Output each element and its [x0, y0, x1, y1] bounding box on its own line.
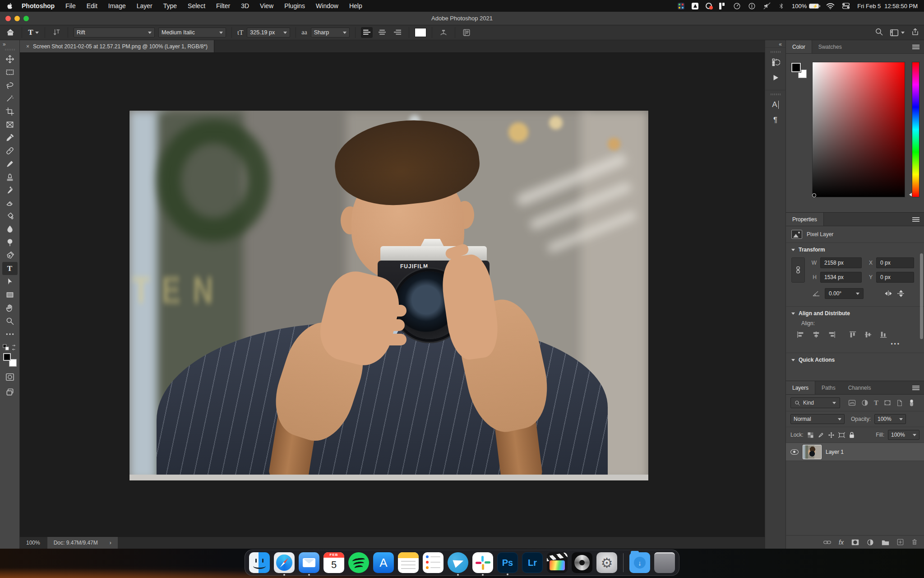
menu-item-select[interactable]: Select — [188, 2, 205, 9]
align-horizontal-centers-icon[interactable] — [812, 331, 820, 338]
tab-properties[interactable]: Properties — [786, 213, 824, 226]
filter-adjustment-layers-icon[interactable] — [861, 399, 869, 406]
layer-filter-select[interactable]: Kind — [790, 397, 840, 408]
blend-mode-select[interactable]: Normal — [790, 414, 845, 424]
minimize-window-button[interactable] — [14, 16, 20, 21]
history-panel-icon[interactable] — [768, 55, 783, 70]
colorful-app-menu-icon[interactable] — [678, 2, 684, 10]
workspace-switcher-button[interactable] — [890, 29, 905, 37]
menu-item-file[interactable]: File — [65, 2, 76, 9]
document-size-info[interactable]: Doc: 9.47M/9.47M › — [47, 537, 118, 549]
dock-trash-icon[interactable] — [654, 552, 675, 573]
dock-downloads-icon[interactable]: ↓ — [629, 552, 650, 573]
lock-position-icon[interactable] — [828, 432, 835, 438]
tab-color[interactable]: Color — [786, 40, 812, 53]
menu-item-filter[interactable]: Filter — [216, 2, 230, 9]
apple-menu-icon[interactable] — [6, 2, 14, 9]
badged-app-menu-icon[interactable] — [706, 2, 712, 10]
character-panel-icon[interactable]: A — [768, 97, 783, 112]
layer-row-layer-1[interactable]: Layer 1 — [786, 443, 924, 461]
align-left-edges-icon[interactable] — [797, 331, 805, 338]
eyedropper-tool[interactable] — [2, 131, 18, 144]
tab-swatches[interactable]: Swatches — [812, 40, 848, 53]
menu-item-layer[interactable]: Layer — [137, 2, 152, 9]
menu-item-plugins[interactable]: Plugins — [284, 2, 305, 9]
tab-paths[interactable]: Paths — [815, 381, 842, 394]
hue-slider-marker[interactable] — [909, 193, 912, 196]
lock-transparency-icon[interactable] — [807, 432, 814, 438]
gauge-menu-icon[interactable] — [733, 2, 741, 10]
dock-calendar-icon[interactable]: FEB5 — [323, 552, 344, 573]
menu-item-type[interactable]: Type — [163, 2, 177, 9]
y-position-field[interactable]: 0 px — [876, 272, 914, 283]
quick-actions-section-header[interactable]: Quick Actions — [791, 357, 919, 363]
close-window-button[interactable] — [5, 16, 11, 21]
dock-finder-icon[interactable] — [249, 552, 270, 573]
eraser-tool[interactable] — [2, 196, 18, 210]
path-selection-tool[interactable] — [2, 275, 18, 288]
adjustment-layer-icon[interactable] — [867, 539, 874, 546]
screen-mode-button[interactable] — [2, 385, 18, 398]
battery-indicator[interactable]: 100%⚡ — [792, 3, 819, 9]
layer-name[interactable]: Layer 1 — [826, 449, 844, 455]
dock-system-preferences-icon[interactable]: ⚙ — [596, 552, 617, 573]
align-right-button[interactable] — [392, 27, 403, 38]
new-group-icon[interactable] — [882, 539, 889, 545]
properties-panel-menu-icon[interactable] — [912, 217, 919, 222]
align-top-edges-icon[interactable] — [849, 331, 857, 338]
window-manager-menu-icon[interactable] — [719, 2, 726, 10]
layer-style-icon[interactable]: fx — [839, 539, 844, 546]
circle-pause-menu-icon[interactable] — [748, 2, 756, 10]
swap-colors-icon[interactable] — [3, 344, 17, 350]
frame-tool[interactable] — [2, 118, 18, 131]
link-layers-icon[interactable] — [823, 540, 831, 545]
font-size-select[interactable]: 325.19 px — [247, 28, 290, 37]
document-tab[interactable]: × Screen Shot 2021-02-05 at 12.57.21 PM.… — [20, 40, 214, 52]
align-right-edges-icon[interactable] — [827, 331, 836, 338]
dock-mail-icon[interactable] — [299, 552, 319, 573]
crop-tool[interactable] — [2, 105, 18, 118]
delete-layer-icon[interactable] — [911, 539, 918, 545]
layer-thumbnail[interactable] — [803, 445, 821, 459]
x-position-field[interactable]: 0 px — [876, 257, 914, 268]
quick-mask-button[interactable] — [2, 370, 18, 383]
rotation-angle-field[interactable]: 0.00° — [825, 288, 864, 299]
dock-notes-icon[interactable] — [398, 552, 419, 573]
filter-pixel-layers-icon[interactable] — [848, 400, 856, 406]
share-icon[interactable] — [911, 28, 919, 37]
move-tool[interactable] — [2, 52, 18, 65]
text-orientation-button[interactable] — [51, 27, 62, 38]
dock-safari-icon[interactable] — [274, 552, 295, 573]
tab-layers[interactable]: Layers — [786, 381, 815, 394]
dock-app-store-icon[interactable]: A — [373, 552, 394, 573]
dock-slack-icon[interactable] — [472, 552, 493, 573]
layers-panel-menu-icon[interactable] — [912, 386, 919, 390]
text-color-swatch[interactable] — [415, 28, 426, 37]
close-tab-icon[interactable]: × — [26, 43, 29, 50]
menu-item-photoshop[interactable]: Photoshop — [22, 2, 55, 9]
launcher-app-menu-icon[interactable] — [692, 2, 698, 10]
transform-section-header[interactable]: Transform — [791, 247, 919, 253]
font-family-select[interactable]: Rift — [74, 28, 155, 37]
menu-item-help[interactable]: Help — [349, 2, 362, 9]
control-center-icon[interactable] — [842, 2, 850, 10]
filter-type-layers-icon[interactable]: T — [874, 399, 878, 407]
link-dimensions-button[interactable] — [791, 257, 805, 283]
menu-item-edit[interactable]: Edit — [87, 2, 97, 9]
align-vertical-centers-icon[interactable] — [864, 331, 873, 338]
align-left-button[interactable] — [361, 27, 373, 38]
toolbar-expand-icon[interactable]: » — [0, 41, 9, 47]
menu-item-view[interactable]: View — [260, 2, 273, 9]
lock-pixels-icon[interactable] — [818, 432, 824, 438]
type-tool[interactable]: T — [2, 262, 18, 275]
lock-artboard-icon[interactable] — [838, 432, 845, 438]
paragraph-panel-icon[interactable]: ¶ — [768, 112, 783, 128]
type-tool-preset-button[interactable]: T — [28, 27, 39, 38]
width-field[interactable]: 2158 px — [820, 257, 862, 268]
search-icon[interactable] — [875, 28, 883, 37]
tab-channels[interactable]: Channels — [842, 381, 878, 394]
add-layer-mask-icon[interactable] — [851, 539, 859, 545]
flip-vertical-icon[interactable] — [897, 290, 905, 297]
status-chevron-icon[interactable]: › — [110, 540, 111, 546]
volume-muted-icon[interactable] — [763, 2, 771, 10]
